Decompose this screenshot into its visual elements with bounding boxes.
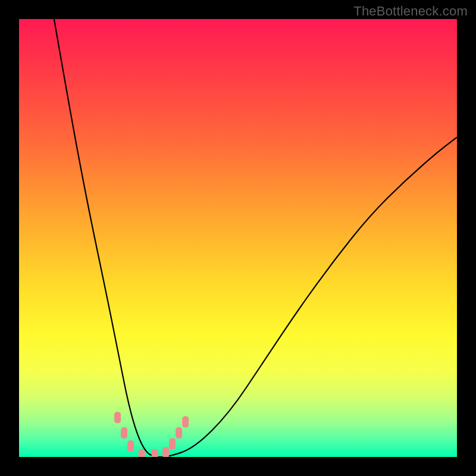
bottleneck-curve-path <box>54 19 457 457</box>
curve-ticks <box>115 412 189 457</box>
curve-marker <box>139 449 145 457</box>
curve-marker <box>163 447 169 457</box>
curve-marker <box>183 416 189 427</box>
curve-marker <box>152 449 158 457</box>
curve-marker <box>121 428 127 439</box>
curve-marker <box>170 439 176 449</box>
bottleneck-curve <box>19 19 457 457</box>
watermark-text: TheBottleneck.com <box>353 4 468 19</box>
plot-area <box>19 19 457 457</box>
curve-marker <box>176 428 182 439</box>
curve-marker <box>115 412 121 423</box>
curve-marker <box>128 441 134 452</box>
chart-frame: TheBottleneck.com <box>0 0 476 476</box>
